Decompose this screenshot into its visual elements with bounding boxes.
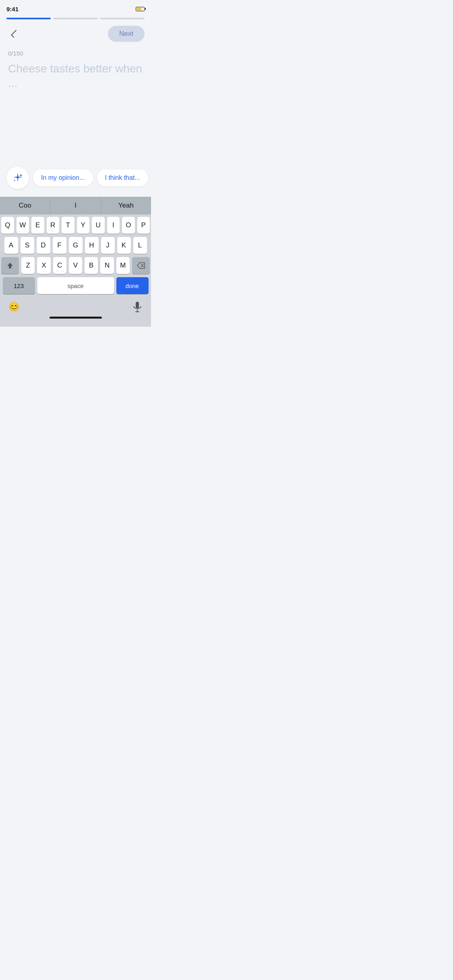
key-c[interactable]: C [53, 257, 66, 274]
backspace-key[interactable] [132, 257, 150, 274]
suggestion-chip-2[interactable]: I think that... [97, 169, 148, 186]
progress-segment-1 [6, 18, 51, 19]
key-row-4: 123 space done [1, 277, 150, 294]
key-l[interactable]: L [133, 237, 147, 254]
keyboard-bottom-row: 😊 [0, 297, 151, 315]
key-row-3: Z X C V B N M [1, 257, 150, 274]
predictive-cell-1[interactable]: Coo [0, 197, 50, 214]
progress-bar [0, 18, 151, 19]
keyboard: Coo I Yeah Q W E R T Y U I O P A S D F G… [0, 197, 151, 327]
next-button[interactable]: Next [108, 26, 145, 42]
key-j[interactable]: J [101, 237, 115, 254]
key-h[interactable]: H [85, 237, 99, 254]
predictive-row: Coo I Yeah [0, 197, 151, 214]
suggestion-chip-1[interactable]: In my opinion... [33, 169, 93, 186]
backspace-icon [137, 262, 145, 269]
key-m[interactable]: M [116, 257, 130, 274]
text-area-container [0, 58, 151, 154]
keys-section: Q W E R T Y U I O P A S D F G H J K L [0, 214, 151, 294]
key-r[interactable]: R [47, 217, 60, 234]
key-a[interactable]: A [4, 237, 18, 254]
status-icons [136, 7, 145, 11]
key-k[interactable]: K [117, 237, 131, 254]
numbers-key[interactable]: 123 [3, 277, 35, 294]
emoji-button[interactable]: 😊 [6, 300, 21, 314]
key-n[interactable]: N [100, 257, 114, 274]
key-p[interactable]: P [137, 217, 150, 234]
back-arrow-icon [11, 30, 19, 38]
key-f[interactable]: F [53, 237, 66, 254]
key-row-1: Q W E R T Y U I O P [1, 217, 150, 234]
header: Next [0, 23, 151, 48]
suggestions-area: In my opinion... I think that... [0, 162, 151, 194]
status-time: 9:41 [6, 6, 19, 12]
sparkle-icon [12, 172, 24, 184]
key-q[interactable]: Q [1, 217, 14, 234]
home-indicator [50, 317, 102, 319]
key-t[interactable]: T [62, 217, 74, 234]
progress-segment-2 [53, 18, 97, 19]
done-key[interactable]: done [116, 277, 149, 294]
key-g[interactable]: G [69, 237, 83, 254]
key-o[interactable]: O [122, 217, 135, 234]
battery-icon [136, 7, 145, 11]
shift-icon [6, 262, 14, 269]
char-counter: 0/150 [0, 48, 151, 58]
key-d[interactable]: D [37, 237, 50, 254]
key-z[interactable]: Z [21, 257, 35, 274]
space-key[interactable]: space [37, 277, 114, 294]
mic-icon [133, 301, 142, 313]
key-v[interactable]: V [69, 257, 82, 274]
key-y[interactable]: Y [77, 217, 90, 234]
predictive-cell-2[interactable]: I [50, 197, 101, 214]
emoji-icon: 😊 [8, 302, 19, 312]
svg-rect-0 [136, 302, 139, 308]
key-row-2: A S D F G H J K L [1, 237, 150, 254]
key-i[interactable]: I [107, 217, 120, 234]
key-e[interactable]: E [31, 217, 44, 234]
key-s[interactable]: S [21, 237, 34, 254]
key-w[interactable]: W [17, 217, 29, 234]
key-b[interactable]: B [85, 257, 98, 274]
key-u[interactable]: U [92, 217, 105, 234]
battery-fill [137, 8, 141, 10]
sparkle-button[interactable] [6, 167, 29, 189]
mic-button[interactable] [130, 300, 145, 314]
text-input[interactable] [8, 62, 143, 149]
key-x[interactable]: X [37, 257, 50, 274]
predictive-cell-3[interactable]: Yeah [101, 197, 151, 214]
progress-segment-3 [100, 18, 145, 19]
shift-key[interactable] [1, 257, 19, 274]
back-button[interactable] [6, 27, 21, 41]
status-bar: 9:41 [0, 0, 151, 18]
